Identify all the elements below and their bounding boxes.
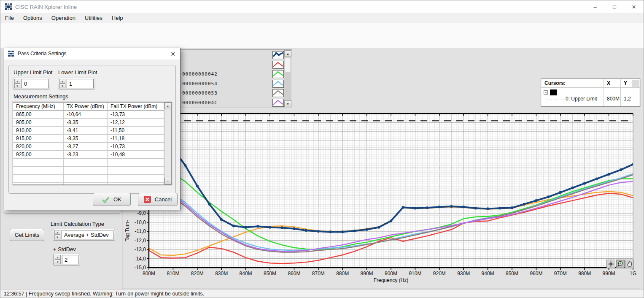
menu-item-operation[interactable]: Operation	[47, 13, 80, 23]
table-cell[interactable]: -11,50	[108, 127, 164, 135]
table-cell[interactable]	[64, 167, 108, 175]
cursor-tool-button[interactable]	[606, 260, 615, 268]
table-cell[interactable]: 865,00	[13, 111, 64, 119]
menu-item-options[interactable]: Options	[19, 13, 47, 23]
table-cell[interactable]: -10,64	[64, 111, 108, 119]
table-cell[interactable]	[108, 167, 164, 175]
legend-line-swatch-icon[interactable]	[272, 80, 284, 88]
spin-up-icon[interactable]: ▲	[55, 255, 61, 260]
table-cell[interactable]: -11,18	[108, 135, 164, 143]
app-window: CISC RAIN Xplorer Inline – □ ✕ FileOptio…	[0, 0, 644, 298]
x-tick-label: 870M	[308, 271, 329, 276]
table-row[interactable]: 915,00-8,35-11,18	[13, 135, 164, 143]
get-limits-button[interactable]: Get Limits	[10, 229, 44, 241]
spin-down-icon[interactable]: ▼	[59, 84, 65, 88]
status-bar: 12:36:57 | Frequency sweep finished. War…	[0, 289, 644, 298]
scrollbar-thumb[interactable]	[285, 58, 291, 72]
window-titlebar: CISC RAIN Xplorer Inline – □ ✕	[0, 0, 644, 13]
table-cell[interactable]: 920,00	[13, 143, 64, 151]
table-cell[interactable]	[64, 175, 108, 183]
lower-limit-field[interactable]: 1	[67, 79, 94, 88]
table-cell[interactable]: 925,00	[13, 151, 64, 159]
table-cell[interactable]	[64, 183, 108, 184]
x-axis-title: Frequency (Hz)	[349, 277, 433, 283]
menu-item-utilities[interactable]: Utilities	[80, 13, 107, 23]
zoom-tool-button[interactable]	[616, 260, 625, 268]
table-cell[interactable]	[13, 167, 64, 175]
legend-line-swatch-icon[interactable]	[272, 89, 284, 97]
table-cell[interactable]	[108, 175, 164, 183]
scroll-up-button[interactable]: ▲	[164, 103, 171, 109]
table-cell[interactable]	[108, 183, 164, 184]
dialog-close-button[interactable]: ✕	[168, 50, 178, 58]
table-scrollbar[interactable]: ▲ ▼	[164, 103, 171, 184]
stddev-spinner[interactable]: ▲ ▼ 2	[53, 254, 80, 265]
table-header-cell: Fail TX Power (dBm)	[108, 103, 164, 111]
table-cell[interactable]	[108, 159, 164, 167]
scroll-down-button[interactable]: ▼	[164, 178, 171, 184]
table-row[interactable]	[13, 167, 164, 175]
dialog-logo-icon	[8, 51, 14, 57]
maximize-button[interactable]: □	[605, 0, 624, 13]
table-row[interactable]: 865,00-10,64-13,73	[13, 111, 164, 119]
spin-up-icon[interactable]: ▲	[14, 79, 20, 84]
cursor-swatch[interactable]	[550, 89, 557, 95]
table-cell[interactable]	[13, 159, 64, 167]
table-cell[interactable]: -8,23	[64, 151, 108, 159]
table-row[interactable]	[13, 175, 164, 183]
cursor-name[interactable]: 0: Upper Limit	[566, 96, 597, 102]
x-tick-label: 850M	[259, 271, 280, 276]
table-row[interactable]: 925,00-8,23-10,48	[13, 151, 164, 159]
pan-tool-button[interactable]	[625, 260, 634, 268]
table-cell[interactable]: 915,00	[13, 135, 64, 143]
upper-limit-field[interactable]: 0	[22, 79, 49, 88]
table-row[interactable]: 905,00-8,35-12,12	[13, 119, 164, 127]
minimize-button[interactable]: –	[585, 0, 605, 13]
menu-item-file[interactable]: File	[0, 13, 19, 23]
cancel-button[interactable]: Cancel	[138, 193, 178, 206]
limit-calc-spinner[interactable]: ▲ ▼ Average + StdDev	[53, 229, 115, 241]
table-cell[interactable]: -8,27	[64, 143, 108, 151]
spin-down-icon[interactable]: ▼	[55, 260, 61, 264]
table-cell[interactable]: -8,35	[64, 119, 108, 127]
scroll-up-button[interactable]: ▲	[284, 50, 291, 57]
table-row[interactable]	[13, 183, 164, 184]
legend-line-swatch-icon[interactable]	[272, 51, 284, 59]
spin-up-icon[interactable]: ▲	[59, 79, 65, 84]
stddev-field[interactable]: 2	[62, 255, 78, 264]
table-cell[interactable]: -8,41	[64, 127, 108, 135]
table-cell[interactable]: 905,00	[13, 119, 64, 127]
spin-up-icon[interactable]: ▲	[54, 230, 60, 235]
tree-expander-icon[interactable]: −	[544, 90, 548, 95]
table-cell[interactable]: -12,12	[108, 119, 164, 127]
upper-limit-spinner[interactable]: ▲ ▼ 0	[13, 78, 50, 89]
scroll-down-button[interactable]: ▼	[284, 100, 291, 107]
measurement-table[interactable]: Frequency (MHz)TX Power (dBm)Fail TX Pow…	[13, 102, 172, 185]
table-cell[interactable]	[13, 175, 64, 183]
limit-calc-field[interactable]: Average + StdDev	[62, 230, 113, 239]
toolbar: » Start	[0, 23, 644, 48]
legend-line-swatch-icon[interactable]	[272, 70, 284, 78]
table-cell[interactable]: -13,73	[108, 111, 164, 119]
table-cell[interactable]: -8,35	[64, 135, 108, 143]
legend-line-swatch-icon[interactable]	[272, 99, 284, 107]
table-cell[interactable]: 910,00	[13, 127, 64, 135]
ok-button[interactable]: OK	[93, 193, 131, 206]
cursors-panel: Cursors: X Y − 0: Upper Limit 800M 1,2	[541, 79, 640, 107]
lower-limit-spinner[interactable]: ▲ ▼ 1	[58, 78, 95, 89]
spin-down-icon[interactable]: ▼	[54, 235, 60, 239]
chart-plot[interactable]	[140, 109, 637, 275]
close-button[interactable]: ✕	[624, 0, 644, 13]
table-cell[interactable]	[13, 183, 64, 184]
table-row[interactable]: 920,00-8,27-10,73	[13, 143, 164, 151]
legend-line-swatch-icon[interactable]	[272, 61, 284, 69]
spin-down-icon[interactable]: ▼	[14, 84, 20, 88]
legend-item-label: 00000000042	[182, 71, 218, 77]
menu-item-help[interactable]: Help	[107, 13, 128, 23]
table-row[interactable]: 910,00-8,41-11,50	[13, 127, 164, 135]
legend-scrollbar[interactable]: ▲ ▼	[284, 50, 291, 107]
table-cell[interactable]	[64, 159, 108, 167]
table-cell[interactable]: -10,48	[108, 151, 164, 159]
table-cell[interactable]: -10,73	[108, 143, 164, 151]
table-row[interactable]	[13, 159, 164, 167]
